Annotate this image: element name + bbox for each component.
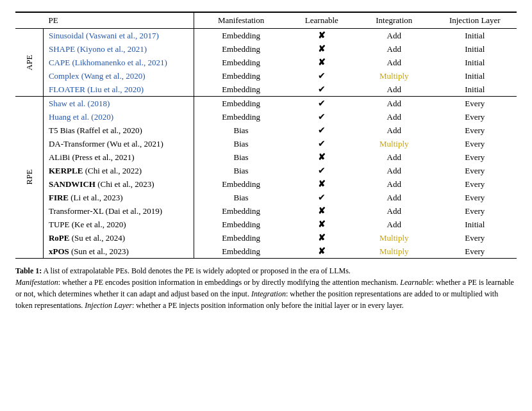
caption-desc-0: : whether a PE encodes position informat… — [58, 278, 401, 287]
learnable-cell: ✔ — [288, 69, 355, 83]
integration-cell: Multiply — [355, 245, 433, 258]
manifestation-cell: Embedding — [194, 231, 288, 245]
separator-cell — [188, 97, 194, 111]
manifestation-cell: Embedding — [194, 29, 288, 43]
manifestation-cell: Embedding — [194, 245, 288, 258]
separator-cell — [188, 69, 194, 83]
injection-layer-cell: Initial — [433, 83, 517, 97]
manifestation-cell: Embedding — [194, 56, 288, 69]
manifestation-cell: Bias — [194, 164, 288, 177]
caption-desc-3: : whether a PE injects position informat… — [132, 301, 404, 310]
integration-cell: Add — [355, 56, 433, 69]
caption-label: Table 1: — [15, 266, 42, 275]
learnable-cell: ✘ — [288, 177, 355, 191]
injection-layer-cell: Every — [433, 110, 517, 124]
integration-cell: Add — [355, 191, 433, 204]
injection-layer-cell: Every — [433, 124, 517, 137]
manifestation-cell: Embedding — [194, 97, 288, 111]
pe-name: DA-Transformer (Wu et al., 2021) — [43, 137, 188, 150]
caption-text: A list of extrapolatable PEs. Bold denot… — [44, 266, 351, 275]
caption-term-0: Manifestation — [15, 278, 58, 287]
injection-layer-cell: Initial — [433, 56, 517, 69]
manifestation-cell: Bias — [194, 191, 288, 204]
separator-cell — [188, 56, 194, 69]
caption-term-3: Injection Layer — [85, 301, 132, 310]
pe-name: Transformer-XL (Dai et al., 2019) — [43, 204, 188, 218]
learnable-cell: ✘ — [288, 56, 355, 69]
integration-cell: Add — [355, 164, 433, 177]
separator-cell — [188, 191, 194, 204]
manifestation-cell: Bias — [194, 137, 288, 150]
separator-cell — [188, 110, 194, 124]
integration-cell: Add — [355, 177, 433, 191]
learnable-cell: ✘ — [288, 42, 355, 56]
separator-cell — [188, 137, 194, 150]
manifestation-cell: Embedding — [194, 177, 288, 191]
table-row: RoPE (Su et al., 2024)Embedding✘Multiply… — [15, 231, 517, 245]
manifestation-cell: Embedding — [194, 69, 288, 83]
injection-layer-cell: Initial — [433, 69, 517, 83]
table-row: xPOS (Sun et al., 2023)Embedding✘Multipl… — [15, 245, 517, 258]
manifestation-cell: Embedding — [194, 83, 288, 97]
separator-cell — [188, 83, 194, 97]
injection-layer-cell: Every — [433, 97, 517, 111]
learnable-cell: ✔ — [288, 164, 355, 177]
learnable-cell: ✔ — [288, 137, 355, 150]
separator-cell — [188, 42, 194, 56]
table-row: CAPE (Likhomanenko et al., 2021)Embeddin… — [15, 56, 517, 69]
pe-name: KERPLE (Chi et al., 2022) — [43, 164, 188, 177]
integration-cell: Multiply — [355, 231, 433, 245]
col-header-pe-name: PE — [43, 13, 188, 29]
manifestation-cell: Embedding — [194, 42, 288, 56]
manifestation-cell: Embedding — [194, 110, 288, 124]
learnable-cell: ✔ — [288, 97, 355, 111]
table-row: T5 Bias (Raffel et al., 2020)Bias✔AddEve… — [15, 124, 517, 137]
table-row: SHAPE (Kiyono et al., 2021)Embedding✘Add… — [15, 42, 517, 56]
pe-name: CAPE (Likhomanenko et al., 2021) — [43, 56, 188, 69]
pe-name: Huang et al. (2020) — [43, 110, 188, 124]
separator-cell — [188, 218, 194, 231]
integration-cell: Add — [355, 97, 433, 111]
separator-cell — [188, 245, 194, 258]
integration-cell: Add — [355, 150, 433, 164]
table-row: APESinusoidal (Vaswani et al., 2017)Embe… — [15, 29, 517, 43]
group-label-rpe: RPE — [15, 97, 43, 259]
table-row: FLOATER (Liu et al., 2020)Embedding✔AddI… — [15, 83, 517, 97]
pe-name: FIRE (Li et al., 2023) — [43, 191, 188, 204]
learnable-cell: ✔ — [288, 124, 355, 137]
injection-layer-cell: Every — [433, 231, 517, 245]
separator-cell — [188, 164, 194, 177]
learnable-cell: ✔ — [288, 110, 355, 124]
col-header-manifestation: Manifestation — [194, 13, 288, 29]
pe-name: Sinusoidal (Vaswani et al., 2017) — [43, 29, 188, 43]
table-caption: Table 1: A list of extrapolatable PEs. B… — [15, 265, 517, 311]
learnable-cell: ✘ — [288, 218, 355, 231]
integration-cell: Add — [355, 29, 433, 43]
table-row: Transformer-XL (Dai et al., 2019)Embeddi… — [15, 204, 517, 218]
pe-name: Shaw et al. (2018) — [43, 97, 188, 111]
table-row: SANDWICH (Chi et al., 2023)Embedding✘Add… — [15, 177, 517, 191]
separator-cell — [188, 29, 194, 43]
manifestation-cell: Embedding — [194, 218, 288, 231]
group-label-ape: APE — [15, 29, 43, 97]
col-header-learnable: Learnable — [288, 13, 355, 29]
pe-comparison-table: PE Manifestation Learnable Integration I… — [15, 13, 517, 258]
caption-terms: Manifestation: whether a PE encodes posi… — [15, 278, 514, 310]
injection-layer-cell: Initial — [433, 218, 517, 231]
pe-name: FLOATER (Liu et al., 2020) — [43, 83, 188, 97]
caption-term-1: Learnable — [400, 278, 431, 287]
learnable-cell: ✘ — [288, 245, 355, 258]
table-row: ALiBi (Press et al., 2021)Bias✘AddEvery — [15, 150, 517, 164]
col-header-separator — [188, 13, 194, 29]
separator-cell — [188, 150, 194, 164]
learnable-cell: ✘ — [288, 231, 355, 245]
integration-cell: Add — [355, 83, 433, 97]
col-header-pe — [15, 13, 43, 29]
table-row: DA-Transformer (Wu et al., 2021)Bias✔Mul… — [15, 137, 517, 150]
integration-cell: Add — [355, 218, 433, 231]
integration-cell: Add — [355, 110, 433, 124]
pe-name: ALiBi (Press et al., 2021) — [43, 150, 188, 164]
injection-layer-cell: Initial — [433, 29, 517, 43]
integration-cell: Add — [355, 42, 433, 56]
integration-cell: Add — [355, 204, 433, 218]
